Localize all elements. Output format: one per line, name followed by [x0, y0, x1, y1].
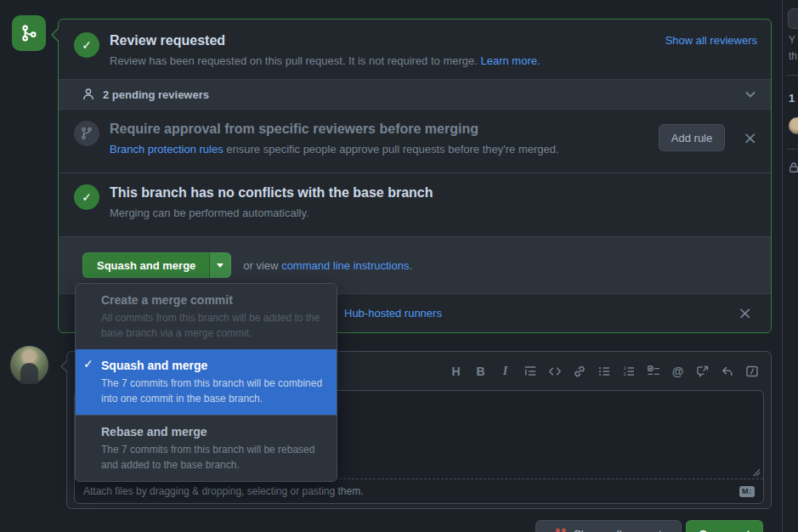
participant-avatar[interactable]: [789, 117, 798, 134]
user-avatar[interactable]: [10, 346, 48, 384]
learn-more-link[interactable]: Learn more.: [480, 54, 540, 67]
notifications-text-fragment: th: [789, 50, 797, 62]
resize-handle-icon[interactable]: [752, 468, 761, 477]
person-icon: [82, 88, 95, 101]
heading-icon[interactable]: H: [449, 364, 463, 378]
no-conflicts-description: Merging can be performed automatically.: [110, 206, 757, 220]
menu-item-squash-and-merge[interactable]: ✓ Squash and merge The 7 commits from th…: [76, 349, 337, 415]
menu-item-rebase-and-merge[interactable]: Rebase and merge The 7 commits from this…: [76, 415, 337, 481]
check-circle-icon: ✓: [74, 32, 99, 58]
close-pull-request-button[interactable]: Close pull request: [535, 520, 682, 532]
review-requested-description: Review has been requested on this pull r…: [110, 54, 665, 68]
pull-request-closed-icon: [555, 528, 567, 532]
quote-icon[interactable]: [523, 364, 537, 378]
check-glyph: ✓: [82, 190, 92, 204]
selected-check-icon: ✓: [83, 357, 93, 371]
pending-reviewers-row[interactable]: 2 pending reviewers: [59, 79, 771, 110]
add-rule-button[interactable]: Add rule: [659, 124, 725, 151]
markdown-icon: M↓: [739, 486, 755, 497]
code-icon[interactable]: [547, 364, 562, 378]
participants-count-fragment: 1: [789, 92, 795, 105]
comment-button[interactable]: Comment: [686, 520, 763, 532]
hosted-runners-link[interactable]: Hub-hosted runners: [344, 307, 442, 320]
timeline-merge-badge: [12, 15, 46, 51]
check-glyph: ✓: [82, 38, 92, 52]
git-branch-icon: [74, 121, 99, 146]
unordered-list-icon[interactable]: [597, 364, 611, 378]
merge-options-caret-button[interactable]: [209, 252, 231, 278]
cross-reference-icon[interactable]: [695, 364, 710, 378]
git-merge-icon: [20, 25, 37, 42]
slash-command-icon[interactable]: [744, 364, 759, 378]
mention-icon[interactable]: @: [671, 364, 685, 378]
caret-down-icon: [217, 263, 224, 271]
task-list-icon[interactable]: [646, 364, 660, 378]
squash-and-merge-button[interactable]: Squash and merge: [82, 252, 209, 278]
pull-request-merge-page: ✓ Review requested Review has been reque…: [0, 0, 798, 532]
bold-icon[interactable]: B: [473, 364, 488, 378]
no-conflicts-section: ✓ This branch has no conflicts with the …: [59, 173, 771, 236]
review-requested-title: Review requested: [110, 32, 665, 49]
merge-button-group: Squash and merge: [82, 252, 231, 278]
sidebar-divider: [787, 75, 798, 76]
dismiss-protection-icon[interactable]: ×: [743, 129, 757, 146]
svg-text:2: 2: [623, 371, 626, 376]
review-requested-section: ✓ Review requested Review has been reque…: [59, 20, 771, 79]
lock-icon: [788, 161, 798, 173]
right-sidebar-fragment: Y th 1: [782, 0, 798, 532]
command-line-instructions-link[interactable]: command line instructions: [281, 259, 409, 272]
attach-files-text: Attach files by dragging & dropping, sel…: [83, 485, 364, 497]
svg-text:1: 1: [623, 365, 626, 371]
pending-reviewers-label: 2 pending reviewers: [103, 88, 209, 101]
show-all-reviewers-link[interactable]: Show all reviewers: [665, 32, 757, 47]
command-line-hint: or view command line instructions.: [243, 259, 412, 272]
ordered-list-icon[interactable]: 1 2: [621, 364, 636, 378]
chevron-down-icon[interactable]: [744, 88, 757, 101]
branch-protection-section: Require approval from specific reviewers…: [59, 110, 771, 173]
dismiss-notice-icon[interactable]: ×: [738, 304, 752, 321]
check-circle-icon: ✓: [74, 184, 99, 210]
merge-method-dropdown: Create a merge commit All commits from t…: [75, 283, 337, 482]
sidebar-divider: [787, 149, 798, 150]
italic-icon[interactable]: I: [498, 364, 512, 378]
sidebar-button-fragment[interactable]: [788, 8, 798, 29]
no-conflicts-title: This branch has no conflicts with the ba…: [110, 184, 757, 201]
branch-protection-title: Require approval from specific reviewers…: [110, 121, 659, 138]
branch-protection-description: Branch protection rules ensure specific …: [110, 142, 659, 156]
notifications-text-fragment: Y: [789, 34, 795, 46]
menu-item-create-merge-commit[interactable]: Create a merge commit All commits from t…: [76, 284, 337, 349]
link-icon[interactable]: [572, 364, 586, 378]
branch-protection-rules-link[interactable]: Branch protection rules: [110, 143, 224, 156]
reply-icon[interactable]: [720, 364, 734, 378]
attach-files-bar[interactable]: Attach files by dragging & dropping, sel…: [75, 478, 763, 503]
